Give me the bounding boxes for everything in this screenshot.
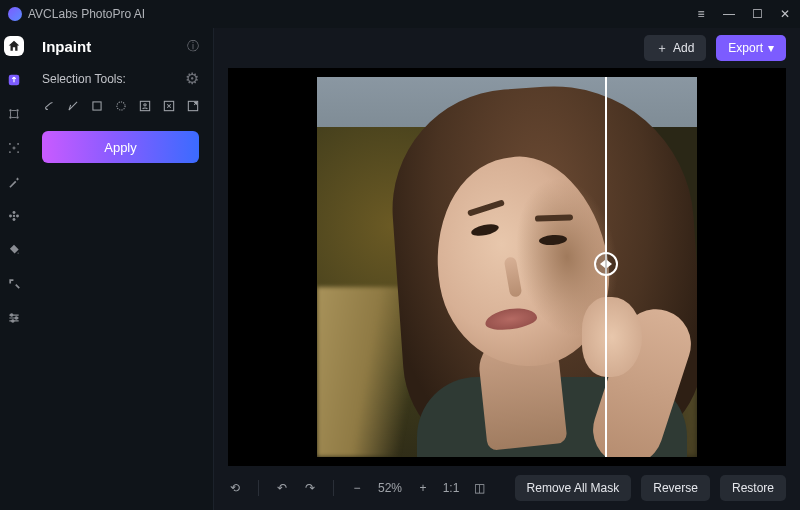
rail-magic-wand[interactable] [4, 172, 24, 192]
svg-point-4 [16, 116, 18, 118]
titlebar: AVCLabs PhotoPro AI ≡ — ☐ ✕ [0, 0, 800, 28]
svg-rect-17 [93, 101, 101, 109]
app-logo-icon [8, 7, 22, 21]
ratio-label[interactable]: 1:1 [444, 481, 458, 495]
svg-point-2 [16, 109, 18, 111]
svg-point-20 [144, 103, 146, 105]
svg-point-6 [17, 143, 19, 145]
app-title: AVCLabs PhotoPro AI [28, 7, 694, 21]
svg-point-13 [16, 215, 19, 218]
menu-icon[interactable]: ≡ [694, 7, 708, 21]
compare-toggle-icon[interactable]: ◫ [472, 481, 486, 495]
svg-point-14 [11, 314, 13, 316]
export-button-label: Export [728, 41, 763, 55]
reverse-button[interactable]: Reverse [641, 475, 710, 501]
window-controls: ≡ — ☐ ✕ [694, 7, 792, 21]
side-panel: Inpaint ⓘ Selection Tools: ⚙ Apply [28, 28, 214, 510]
add-button-label: Add [673, 41, 694, 55]
bottom-toolbar: ⟲ ↶ ↷ − 52% + 1:1 ◫ Remove All Mask Reve… [214, 466, 800, 510]
rail-paint-bucket[interactable] [4, 240, 24, 260]
compare-slider-handle[interactable] [594, 252, 618, 276]
undo-icon[interactable]: ↶ [275, 481, 289, 495]
rail-sparkle-center[interactable] [4, 138, 24, 158]
content-topbar: ＋ Add Export ▾ [214, 28, 800, 68]
photo-preview [317, 77, 697, 457]
svg-point-3 [9, 116, 11, 118]
circle-tool-icon[interactable] [114, 98, 128, 113]
remove-all-mask-button[interactable]: Remove All Mask [515, 475, 632, 501]
svg-point-10 [13, 211, 16, 214]
svg-point-12 [9, 215, 12, 218]
canvas[interactable] [228, 68, 786, 466]
plus-icon: ＋ [656, 40, 668, 57]
close-icon[interactable]: ✕ [778, 7, 792, 21]
rectangle-tool-icon[interactable] [90, 98, 104, 113]
gear-icon[interactable]: ⚙ [185, 69, 199, 88]
svg-point-7 [9, 151, 11, 153]
svg-point-5 [9, 143, 11, 145]
svg-point-8 [17, 151, 19, 153]
svg-point-11 [13, 218, 16, 221]
rail-expand-arrow[interactable] [4, 274, 24, 294]
rail-sliders[interactable] [4, 308, 24, 328]
info-icon[interactable]: ⓘ [187, 38, 199, 55]
selection-tools-label: Selection Tools: [42, 72, 126, 86]
portrait-select-tool-icon[interactable] [138, 98, 152, 113]
rail-home[interactable] [4, 36, 24, 56]
zoom-in-icon[interactable]: + [416, 481, 430, 495]
reset-icon[interactable]: ⟲ [228, 481, 242, 495]
add-button[interactable]: ＋ Add [644, 35, 706, 61]
apply-button[interactable]: Apply [42, 131, 199, 163]
minimize-icon[interactable]: — [722, 7, 736, 21]
zoom-value: 52% [378, 481, 402, 495]
svg-point-18 [117, 101, 125, 109]
rail-upload[interactable] [4, 70, 24, 90]
polygon-tool-icon[interactable] [66, 98, 80, 113]
svg-point-16 [12, 320, 14, 322]
svg-point-9 [13, 215, 15, 217]
zoom-out-icon[interactable]: − [350, 481, 364, 495]
brush-tool-icon[interactable] [42, 98, 56, 113]
expand-select-tool-icon[interactable] [186, 98, 200, 113]
rail-flower[interactable] [4, 206, 24, 226]
tool-rail [0, 28, 28, 510]
maximize-icon[interactable]: ☐ [750, 7, 764, 21]
svg-point-1 [9, 109, 11, 111]
svg-point-15 [15, 317, 17, 319]
mode-title: Inpaint [42, 38, 91, 55]
rail-ai-enhance[interactable] [4, 104, 24, 124]
restore-button[interactable]: Restore [720, 475, 786, 501]
export-button[interactable]: Export ▾ [716, 35, 786, 61]
chevron-down-icon: ▾ [768, 41, 774, 55]
content-area: ＋ Add Export ▾ [214, 28, 800, 510]
redo-icon[interactable]: ↷ [303, 481, 317, 495]
auto-select-tool-icon[interactable] [162, 98, 176, 113]
selection-tool-row [42, 98, 199, 113]
